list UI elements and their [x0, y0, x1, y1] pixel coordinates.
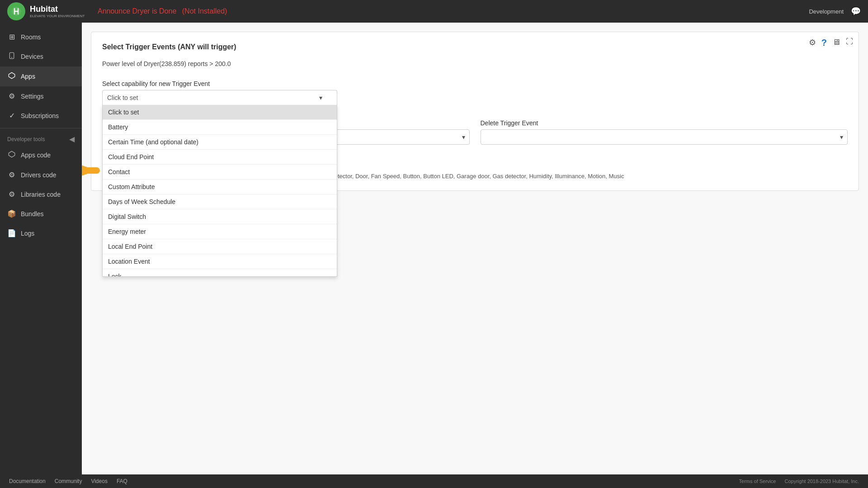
sidebar-label-apps: Apps: [21, 73, 35, 80]
capability-select[interactable]: Click to set ▾: [102, 90, 337, 105]
capability-select-wrapper: Click to set ▾ Click to set Battery Cert…: [102, 90, 337, 105]
bundles-icon: 📦: [7, 209, 16, 218]
capability-label: Select capability for new Trigger Event: [102, 80, 848, 87]
dropdown-item-lock[interactable]: Lock: [103, 269, 337, 277]
footer-links: Documentation Community Videos FAQ: [9, 478, 127, 484]
sidebar-item-apps-code[interactable]: Apps code: [0, 145, 82, 165]
footer-right: Terms of Service Copyright 2018-2023 Hub…: [739, 479, 859, 484]
dev-tools-header: Developer tools ◀: [0, 131, 82, 145]
section-title: Select Trigger Events (ANY will trigger): [102, 43, 848, 51]
dropdown-item-days-of-week[interactable]: Days of Week Schedule: [103, 194, 337, 209]
dev-tools-collapse-icon[interactable]: ◀: [69, 135, 75, 143]
delete-trigger-group: Delete Trigger Event ▾: [481, 119, 848, 145]
svg-point-2: [11, 57, 12, 58]
monitor-icon[interactable]: 🖥: [832, 38, 840, 48]
chat-icon[interactable]: 💬: [851, 6, 861, 16]
dropdown-item-cloud-end-point[interactable]: Cloud End Point: [103, 150, 337, 165]
libraries-code-icon: ⚙: [7, 190, 16, 199]
sidebar-label-bundles: Bundles: [21, 210, 44, 218]
apps-code-icon: [7, 151, 16, 160]
dropdown-item-local-end-point[interactable]: Local End Point: [103, 239, 337, 254]
expand-icon[interactable]: ⛶: [846, 38, 853, 48]
sidebar-label-logs: Logs: [21, 230, 34, 237]
svg-marker-3: [9, 72, 14, 78]
sidebar-label-settings: Settings: [21, 93, 44, 100]
annotation-arrow: [82, 161, 102, 181]
panel-toolbar: ⚙ ? 🖥 ⛶: [809, 38, 853, 48]
footer-link-documentation[interactable]: Documentation: [9, 478, 46, 484]
footer-link-videos[interactable]: Videos: [91, 478, 107, 484]
dropdown-item-contact[interactable]: Contact: [103, 165, 337, 180]
sidebar-item-devices[interactable]: Devices: [0, 47, 82, 66]
sidebar-label-drivers-code: Drivers code: [21, 171, 57, 179]
sidebar-item-settings[interactable]: ⚙ Settings: [0, 86, 82, 106]
footer-link-faq[interactable]: FAQ: [117, 478, 127, 484]
logo-area: Hubitat ELEVATE YOUR ENVIRONMENT: [7, 2, 89, 20]
header-title: Announce Dryer is Done (Not Installed): [89, 7, 809, 15]
main-content: ⚙ ? 🖥 ⛶ Select Trigger Events (ANY will …: [82, 23, 868, 474]
sidebar-label-rooms: Rooms: [21, 33, 41, 41]
svg-marker-4: [9, 151, 14, 157]
sidebar-item-logs[interactable]: 📄 Logs: [0, 223, 82, 243]
sidebar-label-subscriptions: Subscriptions: [21, 112, 59, 119]
sidebar-label-apps-code: Apps code: [21, 152, 51, 159]
sidebar-item-apps[interactable]: Apps: [0, 66, 82, 86]
dropdown-item-digital-switch[interactable]: Digital Switch: [103, 209, 337, 224]
trigger-info: Power level of Dryer(238.859) reports > …: [102, 57, 848, 71]
dropdown-item-energy-meter[interactable]: Energy meter: [103, 224, 337, 239]
logo-sub: ELEVATE YOUR ENVIRONMENT: [30, 14, 85, 18]
dropdown-item-certain-time[interactable]: Certain Time (and optional date): [103, 135, 337, 150]
delete-trigger-label: Delete Trigger Event: [481, 119, 848, 127]
drivers-code-icon: ⚙: [7, 171, 16, 179]
app-name: Announce Dryer is Done: [98, 7, 176, 15]
install-status: (Not Installed): [182, 7, 227, 15]
header-right: Development 💬: [809, 6, 861, 16]
delete-trigger-wrapper: ▾: [481, 129, 848, 145]
dropdown-item-battery[interactable]: Battery: [103, 120, 337, 135]
copyright: Copyright 2018-2023 Hubitat, Inc.: [785, 479, 859, 484]
dropdown-arrow-icon: ▾: [319, 94, 322, 101]
dropdown-item-custom-attribute[interactable]: Custom Attribute: [103, 180, 337, 194]
env-label: Development: [809, 8, 844, 15]
dropdown-item-location-event[interactable]: Location Event: [103, 254, 337, 269]
hubitat-logo: [7, 2, 25, 20]
logo-text: Hubitat: [30, 5, 85, 14]
apps-icon: [7, 72, 16, 81]
capability-select-value: Click to set: [107, 94, 138, 101]
sidebar-item-bundles[interactable]: 📦 Bundles: [0, 204, 82, 223]
rooms-icon: ⊞: [7, 33, 16, 41]
sidebar-item-subscriptions[interactable]: ✓ Subscriptions: [0, 106, 82, 125]
dropdown-item-click-to-set[interactable]: Click to set: [103, 105, 337, 120]
sidebar-label-devices: Devices: [21, 53, 43, 60]
devices-icon: [7, 52, 16, 61]
footer-link-community[interactable]: Community: [55, 478, 82, 484]
gear-icon[interactable]: ⚙: [809, 38, 816, 48]
help-icon[interactable]: ?: [821, 38, 827, 48]
sidebar-item-drivers-code[interactable]: ⚙ Drivers code: [0, 165, 82, 185]
sidebar-item-rooms[interactable]: ⊞ Rooms: [0, 27, 82, 47]
sidebar-item-libraries-code[interactable]: ⚙ Libraries code: [0, 185, 82, 204]
delete-trigger-select[interactable]: [481, 129, 848, 145]
settings-icon: ⚙: [7, 92, 16, 100]
header: Hubitat ELEVATE YOUR ENVIRONMENT Announc…: [0, 0, 868, 23]
body: ⊞ Rooms Devices Apps ⚙ Settings ✓ Subscr…: [0, 23, 868, 474]
sidebar-label-libraries-code: Libraries code: [21, 191, 61, 198]
content-panel: ⚙ ? 🖥 ⛶ Select Trigger Events (ANY will …: [91, 32, 859, 191]
terms-of-service[interactable]: Terms of Service: [739, 479, 776, 484]
sidebar: ⊞ Rooms Devices Apps ⚙ Settings ✓ Subscr…: [0, 23, 82, 474]
subscriptions-icon: ✓: [7, 111, 16, 120]
footer: Documentation Community Videos FAQ Terms…: [0, 474, 868, 488]
logs-icon: 📄: [7, 229, 16, 237]
capability-dropdown[interactable]: Click to set Battery Certain Time (and o…: [102, 105, 337, 277]
dev-tools-label: Developer tools: [7, 136, 45, 142]
